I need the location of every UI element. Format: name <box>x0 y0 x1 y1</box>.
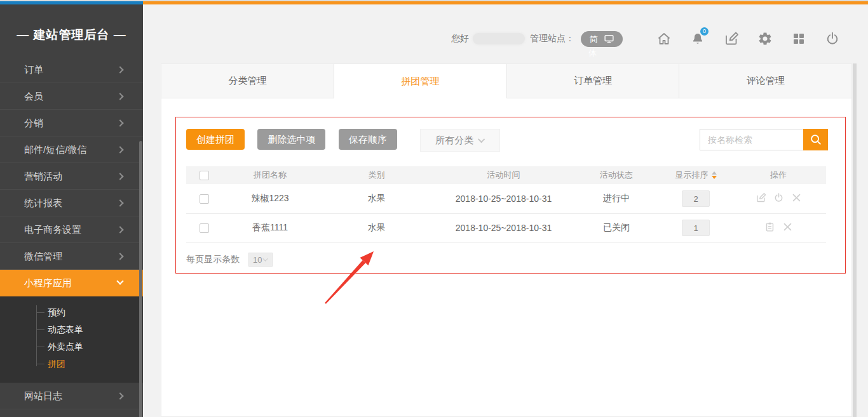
sidebar-item-members[interactable]: 会员 <box>0 83 143 110</box>
chevron-right-icon <box>116 119 123 126</box>
tab-groupbuy-management[interactable]: 拼团管理 <box>334 63 507 98</box>
lang-char-overflow: 体 <box>588 48 597 59</box>
cell-category: 水果 <box>318 184 435 213</box>
category-filter-value: 所有分类 <box>435 135 473 147</box>
sidebar-item-label: 邮件/短信/微信 <box>24 144 86 155</box>
sort-toggle-icon[interactable] <box>712 171 717 179</box>
sidebar: — 建站管理后台 — 订单 会员 分销 邮件/短信/微信 营销活动 统计报表 电… <box>0 4 143 417</box>
username-redacted <box>473 33 525 44</box>
tab-order-management[interactable]: 订单管理 <box>507 63 680 98</box>
table-row: 辣椒1223 水果 2018-10-25~2018-10-31 进行中 2 <box>186 184 826 213</box>
sidebar-subitem-label: 预约 <box>48 307 65 317</box>
chevron-right-icon <box>116 146 123 153</box>
sidebar-submenu: 预约 动态表单 外卖点单 拼团 <box>0 296 143 383</box>
sidebar-subitem-booking[interactable]: 预约 <box>0 304 143 321</box>
sidebar-item-marketing[interactable]: 营销活动 <box>0 163 143 190</box>
per-page-select[interactable]: 10 <box>248 253 273 267</box>
sidebar-item-mail-sms-wechat[interactable]: 邮件/短信/微信 <box>0 136 143 163</box>
chevron-right-icon <box>116 66 123 73</box>
content-scrollbar[interactable] <box>853 63 857 417</box>
sidebar-item-ecommerce-settings[interactable]: 电子商务设置 <box>0 216 143 243</box>
sidebar-subitem-dynamic-forms[interactable]: 动态表单 <box>0 321 143 338</box>
greeting-text: 您好 <box>451 33 469 44</box>
sidebar-item-label: 小程序应用 <box>24 277 72 288</box>
row-checkbox[interactable] <box>200 223 209 233</box>
sidebar-subitem-groupbuy[interactable]: 拼团 <box>0 355 143 373</box>
tab-category-management[interactable]: 分类管理 <box>161 63 334 98</box>
sidebar-item-label: 分销 <box>24 117 43 128</box>
toolbar: 创建拼团 删除选中项 保存顺序 所有分类 <box>186 129 828 152</box>
app-title: — 建站管理后台 — <box>0 27 143 43</box>
home-icon[interactable] <box>656 31 672 46</box>
sort-value-box[interactable]: 2 <box>682 190 710 207</box>
per-page-value: 10 <box>253 255 262 265</box>
edit-icon[interactable] <box>756 192 766 203</box>
delete-icon[interactable] <box>782 222 793 232</box>
tab-bar: 分类管理 拼团管理 订单管理 评论管理 <box>161 63 851 98</box>
sidebar-item-label: 网站日志 <box>24 390 62 401</box>
chevron-right-icon <box>116 173 123 180</box>
sidebar-item-label: 微信管理 <box>24 251 62 261</box>
create-groupbuy-button[interactable]: 创建拼团 <box>186 129 245 150</box>
row-checkbox[interactable] <box>200 194 209 204</box>
notifications-bell-icon[interactable]: 0 <box>690 31 705 46</box>
category-filter-dropdown[interactable]: 所有分类 <box>420 129 500 152</box>
per-page-control: 每页显示条数 10 <box>186 253 273 267</box>
chevron-right-icon <box>116 226 123 233</box>
column-header-operations: 操作 <box>731 166 826 184</box>
sidebar-item-label: 统计报表 <box>24 197 62 208</box>
sidebar-item-label: 会员 <box>24 91 43 102</box>
sidebar-item-miniprogram-apps[interactable]: 小程序应用 <box>0 270 143 296</box>
chevron-right-icon <box>116 93 123 100</box>
column-header-sort: 显示排序 <box>675 169 709 181</box>
power-icon[interactable] <box>773 192 784 203</box>
apps-grid-icon[interactable] <box>791 31 806 46</box>
sidebar-subitem-takeout-order[interactable]: 外卖点单 <box>0 338 143 355</box>
delete-icon[interactable] <box>791 192 802 203</box>
logout-power-icon[interactable] <box>825 31 840 46</box>
sidebar-subitem-label: 拼团 <box>48 359 65 369</box>
select-all-checkbox[interactable] <box>200 171 209 180</box>
sidebar-subitem-label: 外卖点单 <box>48 341 83 352</box>
sort-desc-icon <box>712 176 717 179</box>
settings-gear-icon[interactable] <box>757 31 773 46</box>
save-order-button[interactable]: 保存顺序 <box>339 129 397 150</box>
sidebar-item-label: 订单 <box>24 64 43 75</box>
sidebar-item-label: 电子商务设置 <box>24 224 81 235</box>
chevron-down-icon <box>263 256 268 261</box>
edit-icon[interactable] <box>724 31 739 46</box>
cell-status: 进行中 <box>572 184 661 213</box>
sidebar-item-site-logs[interactable]: 网站日志 <box>0 383 143 409</box>
chevron-right-icon <box>116 392 123 399</box>
clipboard-icon[interactable] <box>764 222 775 232</box>
table-header-row: 拼团名称 类别 活动时间 活动状态 显示排序 操作 <box>186 166 826 184</box>
search-button[interactable] <box>803 129 828 150</box>
chevron-right-icon <box>116 199 123 206</box>
search-icon <box>809 133 823 147</box>
search-input[interactable] <box>700 129 803 150</box>
column-header-time: 活动时间 <box>435 166 572 184</box>
sidebar-item-distribution[interactable]: 分销 <box>0 110 143 136</box>
chevron-down-icon <box>116 277 123 284</box>
sort-value-box[interactable]: 1 <box>682 220 710 236</box>
cell-time: 2018-10-25~2018-10-31 <box>435 213 572 242</box>
cell-time: 2018-10-25~2018-10-31 <box>435 184 572 213</box>
site-switcher-pill[interactable]: 简 体 <box>581 31 623 47</box>
tab-comment-management[interactable]: 评论管理 <box>679 63 851 98</box>
sidebar-scrollbar[interactable] <box>139 141 142 417</box>
topbar: 您好 管理站点： 简 体 0 <box>143 4 868 63</box>
sidebar-item-reports[interactable]: 统计报表 <box>0 190 143 216</box>
cell-name: 香蕉1111 <box>222 213 318 242</box>
manage-site-label: 管理站点： <box>530 33 574 44</box>
cell-status: 已关闭 <box>572 213 661 242</box>
cell-category: 水果 <box>318 213 435 242</box>
chevron-down-icon <box>478 136 485 143</box>
cell-name: 辣椒1223 <box>222 184 318 213</box>
chevron-right-icon <box>116 253 123 260</box>
groupbuy-table: 拼团名称 类别 活动时间 活动状态 显示排序 操作 辣椒1223 水果 2018… <box>186 166 826 243</box>
sidebar-item-orders-clipped[interactable]: 订单 <box>0 62 143 83</box>
delete-selected-button[interactable]: 删除选中项 <box>257 129 325 150</box>
notification-badge: 0 <box>700 27 709 36</box>
sidebar-item-wechat-management[interactable]: 微信管理 <box>0 243 143 270</box>
column-header-category: 类别 <box>318 166 435 184</box>
